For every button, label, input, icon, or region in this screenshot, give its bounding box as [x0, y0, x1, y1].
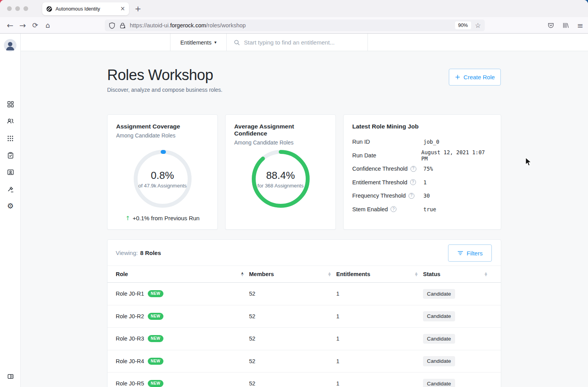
job-row-label: Confidence Threshold [352, 166, 408, 172]
job-row-label: Run ID [352, 139, 370, 145]
help-icon[interactable]: ? [410, 179, 416, 185]
sidebar-item-settings[interactable]: ⚙ [0, 202, 21, 210]
tab-close-icon[interactable]: × [120, 6, 125, 12]
help-icon[interactable]: ? [409, 193, 414, 199]
sidebar-item-dashboard[interactable] [0, 100, 21, 108]
status-badge: Candidate [423, 356, 455, 366]
new-badge: NEW [148, 380, 164, 387]
mining-job-row: Stem Enabled? true [352, 203, 492, 216]
entitlements-cell: 1 [336, 335, 423, 342]
lock-warning-icon[interactable] [119, 22, 126, 29]
filters-label: Filters [467, 250, 483, 257]
job-row-label: Frequency Threshold [352, 193, 406, 199]
column-header-members[interactable]: Members ▲▼ [249, 271, 336, 277]
table-row[interactable]: Role J0-R5NEW 52 1 Candidate [108, 373, 501, 387]
table-row[interactable]: Role J0-R3NEW 52 1 Candidate [108, 328, 501, 350]
gavel-icon [7, 186, 14, 193]
filters-button[interactable]: Filters [448, 244, 492, 262]
context-selector-dropdown[interactable]: Entitlements ▾ [170, 34, 227, 51]
forward-icon[interactable]: → [16, 21, 29, 30]
sort-icon[interactable]: ▲▼ [328, 272, 331, 276]
sidebar-item-tasks[interactable] [0, 152, 21, 159]
status-badge: Candidate [423, 334, 455, 344]
column-header-status[interactable]: Status ▲▼ [423, 271, 493, 277]
entitlement-search[interactable] [227, 34, 368, 51]
roles-table-card: Viewing:8 Roles Filters Role ▲▼ Member [107, 239, 501, 387]
sidebar-item-rules[interactable] [0, 185, 21, 193]
coverage-value: 0.8% [151, 169, 174, 182]
menu-icon[interactable]: ≡ [577, 21, 583, 30]
role-name: Role J0-R3 [116, 335, 144, 342]
new-tab-button[interactable]: + [133, 4, 143, 14]
card-subtitle: Among Candidate Roles [116, 132, 209, 139]
sort-icon[interactable]: ▲▼ [415, 272, 418, 276]
sidebar-item-identities[interactable] [0, 168, 21, 176]
table-row[interactable]: Role J0-R2NEW 52 1 Candidate [108, 305, 501, 328]
table-toolbar: Viewing:8 Roles Filters [108, 240, 501, 266]
entitlements-cell: 1 [336, 380, 423, 387]
window-minimize-button[interactable] [15, 6, 20, 11]
sort-icon[interactable]: ▲▼ [484, 272, 487, 276]
url-bar[interactable]: https://autoid-ui.forgerock.com/roles/wo… [105, 20, 485, 31]
avatar[interactable] [4, 39, 16, 52]
coverage-delta: ↑+0.1% from Previous Run [108, 215, 217, 222]
back-icon[interactable]: ← [4, 21, 16, 30]
arrow-up-icon: ↑ [125, 215, 131, 222]
zoom-level-badge[interactable]: 90% [455, 21, 471, 29]
home-icon[interactable]: ⌂ [41, 21, 54, 29]
table-row[interactable]: Role J0-R4NEW 52 1 Candidate [108, 350, 501, 373]
bookmark-star-icon[interactable]: ☆ [475, 21, 481, 29]
job-row-label-wrap: Stem Enabled? [352, 206, 423, 212]
column-header-role[interactable]: Role ▲▼ [116, 271, 249, 277]
column-header-entitlements[interactable]: Entitlements ▲▼ [336, 271, 423, 277]
mining-job-row: Confidence Threshold? 75% [352, 162, 492, 176]
gear-icon: ⚙ [7, 202, 14, 210]
sidebar-collapse-toggle[interactable] [0, 373, 21, 380]
search-icon [234, 39, 240, 46]
filter-icon [457, 251, 463, 255]
column-label: Status [423, 271, 440, 277]
library-icon[interactable] [562, 22, 569, 29]
users-icon [7, 118, 14, 125]
viewing-label: Viewing: [116, 250, 138, 256]
status-badge: Candidate [423, 311, 455, 321]
role-cell[interactable]: Role J0-R1NEW [116, 290, 249, 297]
mining-job-row: Run Date August 12, 2021 1:07 PM [352, 149, 492, 162]
coverage-delta-text: +0.1% from Previous Run [133, 215, 199, 221]
clipboard-check-icon [7, 152, 14, 159]
role-cell[interactable]: Role J0-R2NEW [116, 313, 249, 320]
help-icon[interactable]: ? [391, 206, 396, 212]
url-text[interactable]: https://autoid-ui.forgerock.com/roles/wo… [130, 22, 455, 29]
id-badge-icon [7, 169, 14, 176]
pocket-icon[interactable] [547, 22, 554, 29]
job-row-value: 1 [423, 179, 427, 185]
create-role-button[interactable]: + Create Role [449, 69, 501, 86]
window-controls[interactable] [7, 6, 28, 11]
help-icon[interactable]: ? [411, 166, 416, 172]
role-name: Role J0-R4 [116, 358, 144, 364]
role-cell[interactable]: Role J0-R4NEW [116, 358, 249, 365]
card-title: Latest Role Mining Job [352, 123, 492, 130]
coverage-donut-chart: 0.8% of 47.9k Assignments [131, 148, 194, 210]
tracking-shield-icon[interactable] [109, 22, 115, 29]
window-close-button[interactable] [7, 6, 12, 11]
status-cell: Candidate [423, 334, 493, 344]
job-row-label-wrap: Confidence Threshold? [352, 166, 423, 172]
apps-grid-icon [7, 135, 14, 142]
top-navbar: Entitlements ▾ [21, 34, 588, 51]
window-zoom-button[interactable] [23, 6, 28, 11]
browser-tab[interactable]: Autonomous Identity × [42, 2, 129, 15]
create-role-label: Create Role [464, 74, 495, 80]
reload-icon[interactable]: ⟳ [29, 21, 41, 29]
sidebar-item-applications[interactable] [0, 135, 21, 142]
card-title: Assignment Coverage [116, 123, 209, 130]
search-input[interactable] [244, 39, 361, 46]
dashboard-icon [7, 101, 14, 108]
sidebar-item-users[interactable] [0, 118, 21, 125]
role-cell[interactable]: Role J0-R3NEW [116, 335, 249, 342]
column-label: Role [116, 271, 128, 277]
role-cell[interactable]: Role J0-R5NEW [116, 380, 249, 387]
sort-icon[interactable]: ▲▼ [241, 272, 244, 276]
members-cell: 52 [249, 313, 336, 319]
table-row[interactable]: Role J0-R1NEW 52 1 Candidate [108, 283, 501, 305]
